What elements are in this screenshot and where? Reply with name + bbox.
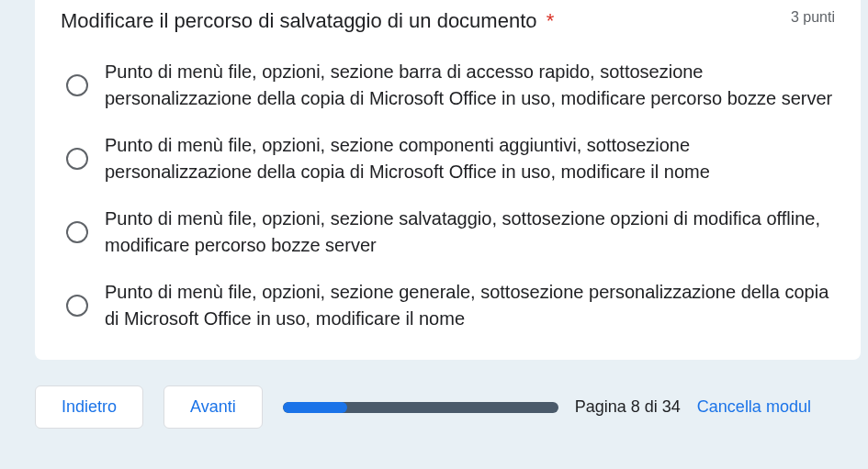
- question-header: Modificare il percorso di salvataggio di…: [61, 9, 835, 33]
- option-label: Punto di menù file, opzioni, sezione gen…: [105, 279, 835, 332]
- progress-bar: [283, 402, 558, 413]
- next-button[interactable]: Avanti: [163, 385, 263, 429]
- option-row[interactable]: Punto di menù file, opzioni, sezione com…: [66, 132, 835, 185]
- question-title: Modificare il percorso di salvataggio di…: [61, 9, 772, 33]
- clear-form-link[interactable]: Cancella modul: [697, 397, 811, 417]
- radio-icon[interactable]: [66, 74, 88, 96]
- back-button[interactable]: Indietro: [35, 385, 143, 429]
- radio-icon[interactable]: [66, 148, 88, 170]
- form-footer: Indietro Avanti Pagina 8 di 34 Cancella …: [35, 385, 861, 429]
- progress-wrap: Pagina 8 di 34 Cancella modul: [283, 397, 861, 417]
- radio-icon[interactable]: [66, 295, 88, 317]
- question-card: Modificare il percorso di salvataggio di…: [35, 0, 861, 360]
- radio-icon[interactable]: [66, 221, 88, 243]
- option-row[interactable]: Punto di menù file, opzioni, sezione bar…: [66, 59, 835, 112]
- option-row[interactable]: Punto di menù file, opzioni, sezione gen…: [66, 279, 835, 332]
- option-row[interactable]: Punto di menù file, opzioni, sezione sal…: [66, 206, 835, 259]
- option-label: Punto di menù file, opzioni, sezione com…: [105, 132, 835, 185]
- option-label: Punto di menù file, opzioni, sezione sal…: [105, 206, 835, 259]
- question-title-text: Modificare il percorso di salvataggio di…: [61, 9, 537, 32]
- option-label: Punto di menù file, opzioni, sezione bar…: [105, 59, 835, 112]
- options-group: Punto di menù file, opzioni, sezione bar…: [66, 59, 835, 332]
- progress-fill: [283, 402, 348, 413]
- page-info: Pagina 8 di 34: [575, 397, 681, 417]
- points-label: 3 punti: [791, 9, 835, 26]
- required-asterisk: *: [547, 9, 555, 32]
